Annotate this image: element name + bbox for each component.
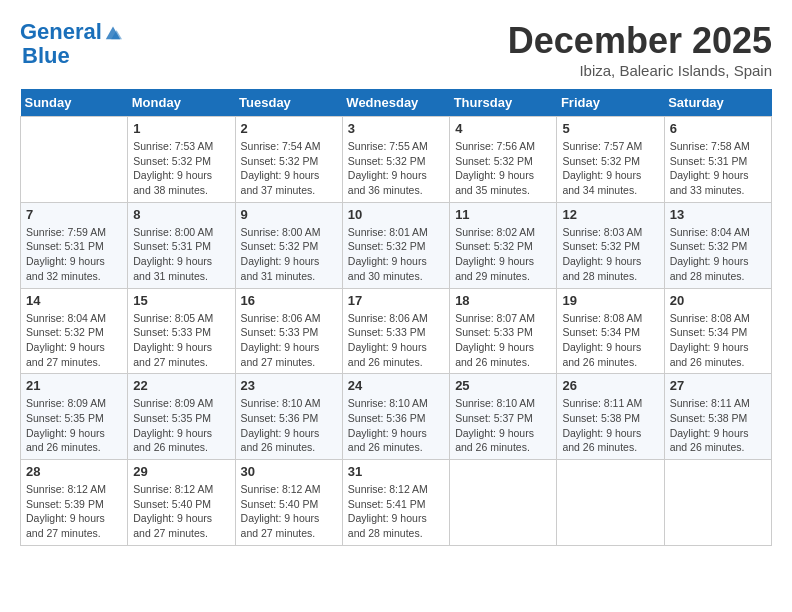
day-info: Sunrise: 8:12 AMSunset: 5:41 PMDaylight:… — [348, 482, 444, 541]
day-info: Sunrise: 8:09 AMSunset: 5:35 PMDaylight:… — [26, 396, 122, 455]
day-info: Sunrise: 8:10 AMSunset: 5:36 PMDaylight:… — [241, 396, 337, 455]
weekday-header-row: SundayMondayTuesdayWednesdayThursdayFrid… — [21, 89, 772, 117]
day-info: Sunrise: 8:01 AMSunset: 5:32 PMDaylight:… — [348, 225, 444, 284]
calendar-week-1: 1Sunrise: 7:53 AMSunset: 5:32 PMDaylight… — [21, 117, 772, 203]
day-number: 24 — [348, 378, 444, 393]
calendar-cell: 6Sunrise: 7:58 AMSunset: 5:31 PMDaylight… — [664, 117, 771, 203]
day-info: Sunrise: 8:00 AMSunset: 5:31 PMDaylight:… — [133, 225, 229, 284]
calendar-cell: 20Sunrise: 8:08 AMSunset: 5:34 PMDayligh… — [664, 288, 771, 374]
day-number: 13 — [670, 207, 766, 222]
weekday-header-saturday: Saturday — [664, 89, 771, 117]
calendar-cell: 30Sunrise: 8:12 AMSunset: 5:40 PMDayligh… — [235, 460, 342, 546]
day-info: Sunrise: 8:06 AMSunset: 5:33 PMDaylight:… — [348, 311, 444, 370]
day-number: 27 — [670, 378, 766, 393]
day-number: 12 — [562, 207, 658, 222]
logo-icon — [104, 23, 122, 41]
day-number: 4 — [455, 121, 551, 136]
calendar-cell: 7Sunrise: 7:59 AMSunset: 5:31 PMDaylight… — [21, 202, 128, 288]
calendar-cell: 15Sunrise: 8:05 AMSunset: 5:33 PMDayligh… — [128, 288, 235, 374]
calendar-cell: 10Sunrise: 8:01 AMSunset: 5:32 PMDayligh… — [342, 202, 449, 288]
calendar-cell: 21Sunrise: 8:09 AMSunset: 5:35 PMDayligh… — [21, 374, 128, 460]
day-info: Sunrise: 8:06 AMSunset: 5:33 PMDaylight:… — [241, 311, 337, 370]
calendar-cell: 25Sunrise: 8:10 AMSunset: 5:37 PMDayligh… — [450, 374, 557, 460]
weekday-header-sunday: Sunday — [21, 89, 128, 117]
day-info: Sunrise: 8:11 AMSunset: 5:38 PMDaylight:… — [670, 396, 766, 455]
day-number: 7 — [26, 207, 122, 222]
day-number: 21 — [26, 378, 122, 393]
day-info: Sunrise: 8:12 AMSunset: 5:39 PMDaylight:… — [26, 482, 122, 541]
calendar-cell: 24Sunrise: 8:10 AMSunset: 5:36 PMDayligh… — [342, 374, 449, 460]
day-info: Sunrise: 8:12 AMSunset: 5:40 PMDaylight:… — [241, 482, 337, 541]
calendar-cell: 31Sunrise: 8:12 AMSunset: 5:41 PMDayligh… — [342, 460, 449, 546]
logo-general: General — [20, 20, 102, 44]
day-info: Sunrise: 7:58 AMSunset: 5:31 PMDaylight:… — [670, 139, 766, 198]
day-number: 28 — [26, 464, 122, 479]
calendar-cell: 2Sunrise: 7:54 AMSunset: 5:32 PMDaylight… — [235, 117, 342, 203]
day-info: Sunrise: 8:03 AMSunset: 5:32 PMDaylight:… — [562, 225, 658, 284]
weekday-header-monday: Monday — [128, 89, 235, 117]
day-info: Sunrise: 8:10 AMSunset: 5:36 PMDaylight:… — [348, 396, 444, 455]
day-number: 10 — [348, 207, 444, 222]
day-number: 23 — [241, 378, 337, 393]
day-info: Sunrise: 8:08 AMSunset: 5:34 PMDaylight:… — [562, 311, 658, 370]
calendar-cell: 11Sunrise: 8:02 AMSunset: 5:32 PMDayligh… — [450, 202, 557, 288]
day-number: 5 — [562, 121, 658, 136]
calendar-cell: 3Sunrise: 7:55 AMSunset: 5:32 PMDaylight… — [342, 117, 449, 203]
calendar-cell: 26Sunrise: 8:11 AMSunset: 5:38 PMDayligh… — [557, 374, 664, 460]
title-area: December 2025 Ibiza, Balearic Islands, S… — [508, 20, 772, 79]
weekday-header-tuesday: Tuesday — [235, 89, 342, 117]
calendar-cell: 23Sunrise: 8:10 AMSunset: 5:36 PMDayligh… — [235, 374, 342, 460]
calendar-week-2: 7Sunrise: 7:59 AMSunset: 5:31 PMDaylight… — [21, 202, 772, 288]
day-number: 2 — [241, 121, 337, 136]
day-info: Sunrise: 7:59 AMSunset: 5:31 PMDaylight:… — [26, 225, 122, 284]
logo: General Blue — [20, 20, 122, 68]
day-info: Sunrise: 8:11 AMSunset: 5:38 PMDaylight:… — [562, 396, 658, 455]
day-number: 26 — [562, 378, 658, 393]
calendar-cell: 13Sunrise: 8:04 AMSunset: 5:32 PMDayligh… — [664, 202, 771, 288]
day-info: Sunrise: 8:02 AMSunset: 5:32 PMDaylight:… — [455, 225, 551, 284]
day-number: 19 — [562, 293, 658, 308]
day-info: Sunrise: 8:07 AMSunset: 5:33 PMDaylight:… — [455, 311, 551, 370]
day-info: Sunrise: 7:55 AMSunset: 5:32 PMDaylight:… — [348, 139, 444, 198]
day-number: 16 — [241, 293, 337, 308]
day-info: Sunrise: 8:08 AMSunset: 5:34 PMDaylight:… — [670, 311, 766, 370]
day-info: Sunrise: 8:04 AMSunset: 5:32 PMDaylight:… — [26, 311, 122, 370]
calendar-cell — [450, 460, 557, 546]
day-info: Sunrise: 8:00 AMSunset: 5:32 PMDaylight:… — [241, 225, 337, 284]
calendar-table: SundayMondayTuesdayWednesdayThursdayFrid… — [20, 89, 772, 546]
calendar-cell: 12Sunrise: 8:03 AMSunset: 5:32 PMDayligh… — [557, 202, 664, 288]
weekday-header-wednesday: Wednesday — [342, 89, 449, 117]
calendar-week-3: 14Sunrise: 8:04 AMSunset: 5:32 PMDayligh… — [21, 288, 772, 374]
calendar-cell — [557, 460, 664, 546]
calendar-cell: 22Sunrise: 8:09 AMSunset: 5:35 PMDayligh… — [128, 374, 235, 460]
day-number: 31 — [348, 464, 444, 479]
day-number: 25 — [455, 378, 551, 393]
day-info: Sunrise: 7:54 AMSunset: 5:32 PMDaylight:… — [241, 139, 337, 198]
calendar-cell — [21, 117, 128, 203]
day-number: 11 — [455, 207, 551, 222]
calendar-week-4: 21Sunrise: 8:09 AMSunset: 5:35 PMDayligh… — [21, 374, 772, 460]
day-number: 8 — [133, 207, 229, 222]
day-info: Sunrise: 8:12 AMSunset: 5:40 PMDaylight:… — [133, 482, 229, 541]
day-number: 20 — [670, 293, 766, 308]
calendar-cell: 14Sunrise: 8:04 AMSunset: 5:32 PMDayligh… — [21, 288, 128, 374]
calendar-cell: 19Sunrise: 8:08 AMSunset: 5:34 PMDayligh… — [557, 288, 664, 374]
page-header: General Blue December 2025 Ibiza, Balear… — [20, 20, 772, 79]
calendar-cell: 29Sunrise: 8:12 AMSunset: 5:40 PMDayligh… — [128, 460, 235, 546]
calendar-cell: 8Sunrise: 8:00 AMSunset: 5:31 PMDaylight… — [128, 202, 235, 288]
day-info: Sunrise: 7:53 AMSunset: 5:32 PMDaylight:… — [133, 139, 229, 198]
day-info: Sunrise: 7:56 AMSunset: 5:32 PMDaylight:… — [455, 139, 551, 198]
weekday-header-friday: Friday — [557, 89, 664, 117]
day-number: 9 — [241, 207, 337, 222]
calendar-cell — [664, 460, 771, 546]
day-info: Sunrise: 8:09 AMSunset: 5:35 PMDaylight:… — [133, 396, 229, 455]
calendar-cell: 5Sunrise: 7:57 AMSunset: 5:32 PMDaylight… — [557, 117, 664, 203]
day-info: Sunrise: 8:10 AMSunset: 5:37 PMDaylight:… — [455, 396, 551, 455]
day-info: Sunrise: 8:04 AMSunset: 5:32 PMDaylight:… — [670, 225, 766, 284]
day-number: 6 — [670, 121, 766, 136]
day-number: 30 — [241, 464, 337, 479]
logo-blue: Blue — [22, 44, 70, 68]
day-number: 17 — [348, 293, 444, 308]
day-number: 14 — [26, 293, 122, 308]
calendar-cell: 17Sunrise: 8:06 AMSunset: 5:33 PMDayligh… — [342, 288, 449, 374]
